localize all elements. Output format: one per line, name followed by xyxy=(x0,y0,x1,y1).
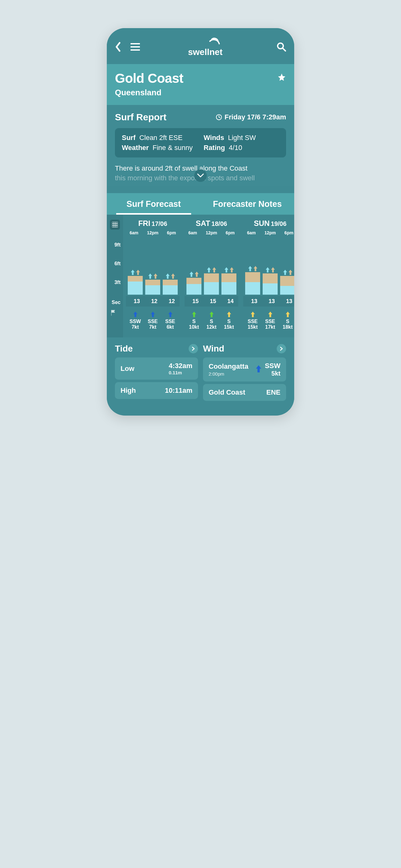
forecast-tabs: Surf Forecast Forecaster Notes xyxy=(107,193,294,215)
menu-icon[interactable] xyxy=(131,43,140,52)
report-timestamp: Friday 17/6 7:29am xyxy=(216,113,286,121)
wind-speed: 18kt xyxy=(280,324,294,330)
swell-arrows-icon xyxy=(265,267,275,273)
wind-station-dir: SSW xyxy=(265,362,280,370)
tab-surf-forecast[interactable]: Surf Forecast xyxy=(107,193,201,215)
wind-station-name: Gold Coast xyxy=(209,389,245,397)
swell-arrows-icon xyxy=(248,266,258,272)
wind-cell: S10kt xyxy=(186,312,202,330)
wind-speed: 7kt xyxy=(145,324,161,330)
location-title: Gold Coast xyxy=(115,71,183,86)
period-value: 12 xyxy=(164,298,179,305)
svg-line-4 xyxy=(282,48,286,51)
day-name: FRI xyxy=(138,219,151,227)
svg-rect-2 xyxy=(131,50,140,51)
swell-arrows-icon xyxy=(283,270,293,275)
favorite-star-icon[interactable] xyxy=(277,73,286,83)
swell-arrows-icon xyxy=(207,267,216,273)
tide-label: Low xyxy=(121,365,134,373)
wind-direction: S xyxy=(204,319,219,324)
day-times: 6am12pm6pm xyxy=(126,230,179,235)
surf-report-section: Surf Report Friday 17/6 7:29am Surf Clea… xyxy=(107,105,294,186)
location-region: Queensland xyxy=(115,88,183,97)
tide-label: High xyxy=(121,386,136,395)
surf-report-title: Surf Report xyxy=(115,112,166,122)
wind-station-row[interactable]: Coolangatta2:00pmSSW5kt xyxy=(203,358,286,381)
tab-forecaster-notes[interactable]: Forecaster Notes xyxy=(201,193,294,215)
wind-cell: SSE17kt xyxy=(262,312,278,330)
wind-title: Wind xyxy=(203,344,224,354)
wind-direction: SSW xyxy=(127,319,143,324)
tide-row[interactable]: Low4:32am0.11m xyxy=(115,358,198,380)
svg-rect-6 xyxy=(112,222,118,227)
period-value: 13 xyxy=(246,298,262,305)
swell-arrows-icon xyxy=(224,267,234,273)
search-icon[interactable] xyxy=(277,42,286,53)
period-value: 12 xyxy=(146,298,162,305)
wind-station-speed: 5kt xyxy=(265,370,280,377)
app-screen: swellnet Gold Coast Queensland Surf Repo… xyxy=(107,28,294,415)
detail-cards-row: Tide Low4:32am0.11mHigh10:11am Wind Cool… xyxy=(107,337,294,410)
forecast-bar xyxy=(145,273,161,294)
swell-arrows-icon xyxy=(148,273,158,279)
swell-arrows-icon xyxy=(131,270,140,275)
wind-cell: SSE6kt xyxy=(162,312,178,330)
period-value: 13 xyxy=(264,298,279,305)
period-value: 13 xyxy=(281,298,294,305)
forecast-day: FRI17/066am12pm6pm131212SSW7ktSSE7ktSSE6… xyxy=(126,219,179,333)
expand-report-button[interactable] xyxy=(194,169,207,182)
tide-more-button[interactable] xyxy=(189,344,198,353)
forecast-panel[interactable]: 9ft 6ft 3ft Sec FRI17/066am12pm6pm131212… xyxy=(107,215,294,337)
forecast-bar xyxy=(245,266,261,294)
day-date: 19/06 xyxy=(271,220,287,227)
day-name: SUN xyxy=(254,219,270,227)
y-label-6ft: 6ft xyxy=(107,261,123,267)
svg-rect-1 xyxy=(131,46,140,48)
day-times: 6am12pm6pm xyxy=(244,230,294,235)
wind-cell: SSW7kt xyxy=(127,312,143,330)
tide-title: Tide xyxy=(115,344,133,354)
wind-cell: S15kt xyxy=(221,312,237,330)
forecast-bar xyxy=(221,267,237,294)
wind-direction: SSE xyxy=(145,319,161,324)
forecast-day: SAT18/066am12pm6pm151514S10ktS12ktS15kt xyxy=(185,219,238,333)
app-logo: swellnet xyxy=(188,37,229,57)
report-summary-box: Surf Clean 2ft ESE Winds Light SW Weathe… xyxy=(115,128,286,157)
clock-icon xyxy=(216,114,222,120)
wind-arrow-icon xyxy=(245,312,261,317)
day-name: SAT xyxy=(196,219,210,227)
forecast-bar xyxy=(186,272,202,294)
svg-rect-0 xyxy=(131,43,140,44)
wind-speed: 6kt xyxy=(162,324,178,330)
top-bar: swellnet xyxy=(107,28,294,64)
forecast-bar xyxy=(162,273,178,294)
wind-more-button[interactable] xyxy=(277,344,286,353)
day-date: 17/06 xyxy=(152,220,167,227)
period-value: 13 xyxy=(129,298,144,305)
forecast-bar xyxy=(204,267,219,294)
period-value: 15 xyxy=(205,298,221,305)
forecast-y-axis: 9ft 6ft 3ft Sec xyxy=(107,215,123,337)
wind-station-row[interactable]: Gold CoastENE xyxy=(203,384,286,401)
wind-arrow-icon xyxy=(162,312,178,317)
wind-direction: SSE xyxy=(162,319,178,324)
wind-direction: S xyxy=(186,319,202,324)
wind-row: SSE15ktSSE17ktS18kt xyxy=(245,308,294,333)
wind-cell: SSE7kt xyxy=(145,312,161,330)
wind-station-dir: ENE xyxy=(266,389,280,397)
wind-row: SSW7ktSSE7ktSSE6kt xyxy=(127,308,178,333)
grid-view-icon[interactable] xyxy=(110,220,120,230)
wind-speed: 15kt xyxy=(245,324,261,330)
wind-arrow-icon xyxy=(256,365,262,374)
wind-arrow-icon xyxy=(186,312,202,317)
back-icon[interactable] xyxy=(115,42,121,53)
y-label-9ft: 9ft xyxy=(107,242,123,248)
wind-speed: 12kt xyxy=(204,324,219,330)
tide-meters: 0.11m xyxy=(169,370,182,375)
period-value: 14 xyxy=(223,298,238,305)
wind-direction: S xyxy=(221,319,237,324)
wind-arrow-icon xyxy=(204,312,219,317)
wind-speed: 15kt xyxy=(221,324,237,330)
tide-row[interactable]: High10:11am xyxy=(115,382,198,399)
wind-station-name: Coolangatta xyxy=(209,363,248,371)
